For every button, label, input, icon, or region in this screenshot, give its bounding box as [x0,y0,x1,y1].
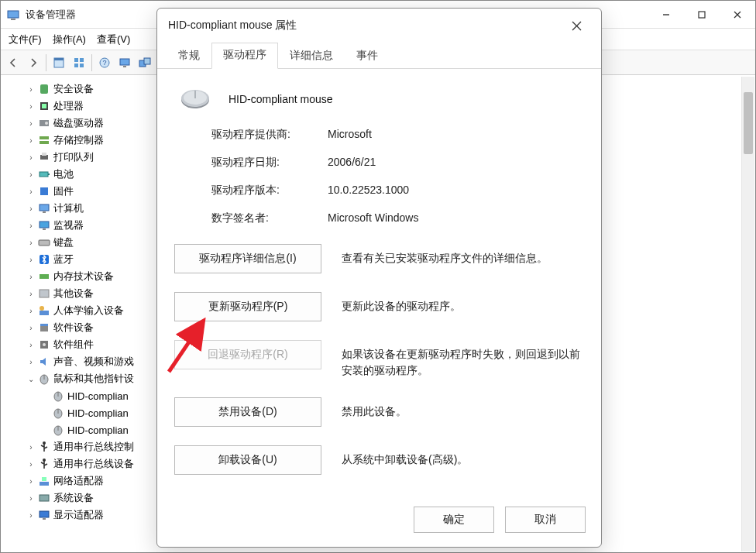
expand-arrow-icon[interactable]: › [26,307,36,315]
device-name: HID-compliant mouse [229,93,333,105]
svg-rect-43 [40,311,49,315]
svg-rect-1 [11,19,15,20]
tab-general[interactable]: 常规 [167,43,211,69]
menu-action[interactable]: 操作(A) [53,33,86,46]
toolbar-separator [91,54,92,71]
svg-rect-22 [40,84,48,94]
memory-icon [38,270,50,283]
svg-rect-24 [42,104,46,108]
tree-item-label: 计算机 [53,201,84,215]
svg-rect-65 [42,477,46,481]
shield-icon [38,83,50,95]
tree-item-label: 处理器 [53,99,84,113]
window-maximize-button[interactable] [684,2,720,27]
svg-rect-27 [40,136,49,139]
software-icon [38,321,50,334]
toolbar-monitor-icon[interactable] [115,53,134,72]
svg-point-42 [40,306,44,311]
dialog-close-button[interactable] [562,12,590,40]
component-icon [38,338,50,351]
toolbar-devices-icon[interactable] [136,53,154,72]
provider-value: Microsoft [328,128,584,142]
expand-arrow-icon[interactable]: › [26,136,36,145]
svg-rect-67 [40,511,49,517]
rollback-driver-button: 回退驱动程序(R) [174,340,321,369]
mouse-icon [52,424,64,436]
toolbar-back-icon[interactable] [4,53,22,72]
tree-item-label: 磁盘驱动器 [53,116,104,130]
svg-text:?: ? [102,59,106,67]
mouse-icon [52,407,64,419]
tree-item-label: 鼠标和其他指针设 [53,372,134,386]
toolbar-help-icon[interactable]: ? [95,53,114,72]
expand-arrow-icon[interactable]: › [26,443,36,452]
display-icon [38,509,50,521]
properties-dialog: HID-compliant mouse 属性 常规 驱动程序 详细信息 事件 H… [156,8,602,548]
expand-arrow-icon[interactable]: › [26,204,36,213]
storage-icon [38,134,50,146]
expand-arrow-icon[interactable]: › [26,290,36,298]
cancel-button[interactable]: 取消 [505,507,586,533]
scroll-thumb[interactable] [744,92,753,154]
expand-arrow-icon[interactable]: › [26,102,36,111]
mouse-icon [52,390,64,402]
expand-arrow-icon[interactable]: › [26,239,36,247]
expand-arrow-icon[interactable]: › [26,187,36,196]
svg-rect-38 [39,240,50,246]
menu-view[interactable]: 查看(V) [97,33,130,46]
svg-rect-7 [54,58,64,60]
expand-arrow-icon[interactable]: › [26,153,36,162]
window-minimize-button[interactable] [648,2,684,27]
update-driver-button[interactable]: 更新驱动程序(P) [174,292,321,321]
date-label: 驱动程序日期: [211,156,328,170]
expand-arrow-icon[interactable]: › [26,358,36,366]
window-close-button[interactable] [720,2,755,27]
tree-item-label: 蓝牙 [53,252,74,266]
tree-item-label: HID-complian [67,407,129,419]
svg-point-47 [43,343,46,346]
svg-rect-37 [43,228,46,230]
generic-icon [38,287,50,300]
expand-arrow-icon[interactable]: › [26,341,36,349]
svg-rect-68 [43,518,46,520]
dialog-footer: 确定 取消 [414,507,586,533]
tab-driver[interactable]: 驱动程序 [211,43,278,69]
expand-arrow-icon[interactable]: › [26,273,36,281]
devmgr-app-icon [7,9,19,21]
mouse-icon [38,373,50,385]
svg-rect-17 [144,58,150,64]
expand-arrow-icon[interactable]: › [26,477,36,486]
svg-rect-33 [40,187,48,195]
svg-rect-31 [40,172,48,177]
dialog-titlebar: HID-compliant mouse 属性 [157,9,601,43]
svg-rect-64 [40,482,49,486]
toolbar-properties-icon[interactable] [50,53,68,72]
expand-arrow-icon[interactable]: › [26,494,36,503]
menu-file[interactable]: 文件(F) [9,33,42,46]
driver-details-button[interactable]: 驱动程序详细信息(I) [174,244,321,273]
expand-arrow-icon[interactable]: › [26,85,36,94]
printer-icon [38,151,50,163]
ok-button[interactable]: 确定 [414,507,494,533]
expand-arrow-icon[interactable]: › [26,119,36,128]
tree-item-label: 显示适配器 [53,508,104,522]
disable-device-button[interactable]: 禁用设备(D) [174,397,321,427]
uninstall-device-button[interactable]: 卸载设备(U) [174,445,321,475]
expand-arrow-icon[interactable]: ⌄ [26,375,36,383]
tab-events[interactable]: 事件 [345,43,390,69]
expand-arrow-icon[interactable]: › [26,170,36,179]
monitor-icon [38,219,50,232]
date-value: 2006/6/21 [328,156,584,170]
toolbar-grid-icon[interactable] [70,53,88,72]
tab-details[interactable]: 详细信息 [278,43,345,69]
expand-arrow-icon[interactable]: › [26,460,36,469]
keyboard-icon [38,236,50,249]
expand-arrow-icon[interactable]: › [26,511,36,520]
tree-item-label: 网络适配器 [53,474,104,488]
expand-arrow-icon[interactable]: › [26,222,36,230]
expand-arrow-icon[interactable]: › [26,324,36,332]
expand-arrow-icon[interactable]: › [26,256,36,264]
devmgr-scrollbar[interactable] [741,77,754,551]
toolbar-forward-icon[interactable] [24,53,43,72]
signer-value: Microsoft Windows [328,211,584,225]
